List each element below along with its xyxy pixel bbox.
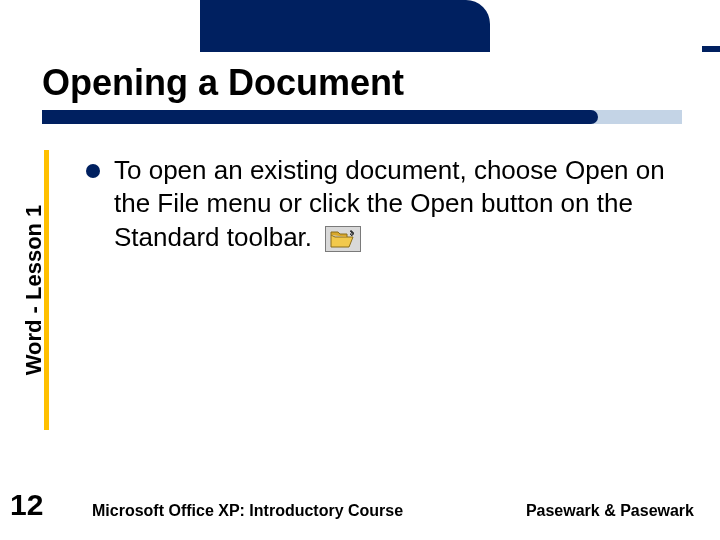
template-navy-sliver — [702, 46, 720, 52]
slide-body: To open an existing document, choose Ope… — [86, 154, 690, 254]
template-navy-block — [200, 0, 490, 52]
bullet-text: To open an existing document, choose Ope… — [114, 154, 690, 254]
page-number: 12 — [10, 488, 43, 522]
title-underline-front — [42, 110, 598, 124]
slide-title: Opening a Document — [42, 62, 404, 104]
bullet-dot-icon — [86, 164, 100, 178]
template-top-bar — [0, 0, 720, 52]
bullet-item: To open an existing document, choose Ope… — [86, 154, 690, 254]
side-yellow-rule — [44, 150, 49, 430]
footer-left: Microsoft Office XP: Introductory Course — [92, 502, 403, 520]
footer-right: Pasewark & Pasewark — [526, 502, 694, 520]
bullet-text-content: To open an existing document, choose Ope… — [114, 155, 665, 252]
open-folder-icon — [325, 226, 361, 252]
